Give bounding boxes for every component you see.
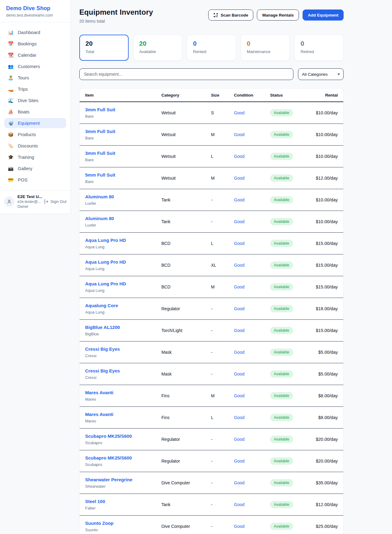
item-brand: Scubapro — [85, 441, 161, 445]
table-row: Suunto Zoop Suunto Dive Computer - Good … — [80, 516, 343, 534]
item-cell: Shearwater Peregrine Shearwater — [85, 477, 161, 489]
add-equipment-button[interactable]: Add Equipment — [303, 10, 344, 21]
rental-cell: $10.00/day — [313, 110, 338, 115]
table-row: Shearwater Peregrine Shearwater Dive Com… — [80, 472, 343, 494]
category-cell: Tank — [161, 219, 211, 224]
category-select[interactable]: All Categories — [298, 68, 344, 80]
sidebar-item-calendar[interactable]: 📆 Calendar — [4, 50, 66, 60]
condition-link[interactable]: Good — [234, 110, 244, 115]
item-cell: Aqua Lung Pro HD Aqua Lung — [85, 259, 161, 271]
item-link[interactable]: Aqualung Core — [85, 303, 118, 308]
stat-card-maintenance[interactable]: 0 Maintenance — [241, 35, 290, 61]
table-row: Mares Avanti Mares Fins L Good Available… — [80, 407, 343, 429]
sign-out-button[interactable]: Sign Out — [44, 199, 66, 204]
item-link[interactable]: 3mm Full Suit — [85, 107, 115, 112]
condition-link[interactable]: Good — [234, 372, 244, 376]
item-cell: Aqua Lung Pro HD Aqua Lung — [85, 238, 161, 249]
category-select-wrap: All Categories — [298, 68, 344, 80]
scan-barcode-button[interactable]: Scan Barcode — [208, 10, 253, 21]
rental-cell: $20.00/day — [313, 459, 338, 463]
status-cell: Available — [270, 153, 313, 160]
item-link[interactable]: BigBlue AL1200 — [85, 325, 120, 330]
condition-link[interactable]: Good — [234, 197, 244, 202]
item-link[interactable]: Aqua Lung Pro HD — [85, 281, 126, 286]
condition-link[interactable]: Good — [234, 524, 244, 529]
item-link[interactable]: Aluminum 80 — [85, 216, 114, 221]
avatar — [4, 196, 14, 207]
table-row: 3mm Full Suit Bare Wetsuit S Good Availa… — [80, 102, 343, 124]
stat-card-available[interactable]: 20 Available — [133, 35, 183, 61]
item-link[interactable]: Steel 100 — [85, 499, 105, 504]
table-row: Steel 100 Faber Tank - Good Available $1… — [80, 494, 343, 516]
condition-link[interactable]: Good — [234, 328, 244, 333]
nav-label: POS — [18, 177, 28, 182]
condition-link[interactable]: Good — [234, 415, 244, 420]
condition-link[interactable]: Good — [234, 502, 244, 507]
status-cell: Available — [270, 109, 313, 116]
sidebar-item-tours[interactable]: 🏝️ Tours — [4, 73, 66, 83]
sidebar-item-equipment[interactable]: 🤿 Equipment — [4, 118, 66, 128]
sidebar-item-gallery[interactable]: 📸 Gallery — [4, 163, 66, 174]
item-link[interactable]: Scubapro MK25/S600 — [85, 455, 132, 460]
item-brand: Aqua Lung — [85, 288, 161, 293]
item-link[interactable]: Cressi Big Eyes — [85, 346, 120, 352]
sidebar-item-discounts[interactable]: 🏷️ Discounts — [4, 141, 66, 151]
condition-cell: Good — [234, 262, 270, 268]
category-cell: BCD — [161, 263, 211, 268]
table-row: 3mm Full Suit Bare Wetsuit L Good Availa… — [80, 146, 343, 167]
search-input[interactable] — [79, 68, 293, 80]
nav-icon-gallery: 📸 — [8, 166, 14, 171]
sidebar-item-bookings[interactable]: 📅 Bookings — [4, 39, 66, 49]
item-link[interactable]: Shearwater Peregrine — [85, 477, 132, 482]
item-link[interactable]: 3mm Full Suit — [85, 129, 115, 134]
sidebar-item-trips[interactable]: 🚤 Trips — [4, 84, 66, 94]
condition-link[interactable]: Good — [234, 176, 244, 181]
condition-link[interactable]: Good — [234, 154, 244, 159]
sidebar-item-customers[interactable]: 👥 Customers — [4, 61, 66, 71]
condition-link[interactable]: Good — [234, 306, 244, 311]
sidebar-item-dashboard[interactable]: 📊 Dashboard — [4, 27, 66, 37]
status-cell: Available — [270, 305, 313, 312]
item-link[interactable]: Aluminum 80 — [85, 194, 114, 199]
stat-value: 0 — [193, 40, 230, 48]
stat-value: 0 — [300, 40, 337, 48]
condition-link[interactable]: Good — [234, 437, 244, 442]
stat-card-total[interactable]: 20 Total — [79, 35, 129, 61]
condition-link[interactable]: Good — [234, 132, 244, 137]
item-link[interactable]: Mares Avanti — [85, 412, 113, 417]
manage-rentals-button[interactable]: Manage Rentals — [257, 10, 299, 21]
item-link[interactable]: Cressi Big Eyes — [85, 368, 120, 373]
item-link[interactable]: Aqua Lung Pro HD — [85, 238, 126, 243]
sidebar-item-dive-sites[interactable]: 🌊 Dive Sites — [4, 95, 66, 105]
item-link[interactable]: 5mm Full Suit — [85, 172, 115, 177]
item-link[interactable]: Suunto Zoop — [85, 521, 113, 526]
table-row: Aluminum 80 Luxfer Tank - Good Available… — [80, 189, 343, 211]
main-content: Equipment Inventory 20 items total Scan … — [71, 0, 392, 534]
column-header-status: Status — [270, 93, 313, 97]
sidebar-item-boats[interactable]: ⛵ Boats — [4, 107, 66, 117]
condition-link[interactable]: Good — [234, 480, 244, 485]
condition-link[interactable]: Good — [234, 284, 244, 289]
sidebar-item-products[interactable]: 📦 Products — [4, 129, 66, 139]
condition-link[interactable]: Good — [234, 459, 244, 463]
stat-card-retired[interactable]: 0 Retired — [294, 35, 344, 61]
category-cell: Fins — [161, 415, 211, 420]
item-link[interactable]: Scubapro MK25/S600 — [85, 433, 132, 439]
item-brand: Bare — [85, 158, 161, 162]
condition-cell: Good — [234, 415, 270, 420]
stat-card-rented[interactable]: 0 Rented — [187, 35, 236, 61]
condition-link[interactable]: Good — [234, 219, 244, 224]
condition-cell: Good — [234, 241, 270, 246]
size-cell: XL — [211, 263, 234, 268]
item-cell: 3mm Full Suit Bare — [85, 129, 161, 140]
item-link[interactable]: Aqua Lung Pro HD — [85, 259, 126, 265]
condition-link[interactable]: Good — [234, 263, 244, 268]
condition-link[interactable]: Good — [234, 241, 244, 246]
sidebar-item-pos[interactable]: 💳 POS — [4, 175, 66, 185]
item-link[interactable]: Mares Avanti — [85, 390, 113, 395]
condition-link[interactable]: Good — [234, 393, 244, 398]
sidebar-item-training[interactable]: 🎓 Training — [4, 152, 66, 162]
item-link[interactable]: 3mm Full Suit — [85, 151, 115, 156]
condition-link[interactable]: Good — [234, 350, 244, 355]
column-header-condition: Condition — [234, 93, 270, 97]
